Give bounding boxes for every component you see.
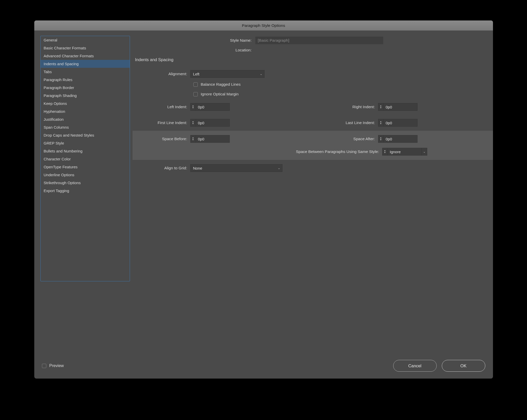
first-line-indent-stepper[interactable]: ▲▼ — [190, 119, 230, 127]
dialog-titlebar: Paragraph Style Options — [34, 20, 493, 31]
sidebar-item-general[interactable]: General — [41, 36, 130, 44]
stepper-arrows-icon[interactable]: ▲▼ — [190, 135, 196, 143]
last-line-indent-stepper[interactable]: ▲▼ — [378, 119, 418, 127]
chevron-down-icon: ⌄ — [260, 72, 262, 76]
sidebar-item-paragraph-border[interactable]: Paragraph Border — [41, 84, 130, 92]
sidebar-item-basic-character-formats[interactable]: Basic Character Formats — [41, 44, 130, 52]
sidebar-item-paragraph-shading[interactable]: Paragraph Shading — [41, 92, 130, 100]
left-indent-stepper[interactable]: ▲▼ — [190, 103, 230, 111]
chevron-down-icon[interactable]: ⌄ — [422, 148, 427, 156]
space-between-label: Space Between Paragraphs Using Same Styl… — [135, 149, 382, 154]
alignment-label: Alignment: — [135, 72, 190, 76]
last-line-indent-input[interactable] — [384, 119, 418, 127]
preview-label: Preview — [49, 363, 64, 368]
cancel-button-label: Cancel — [408, 363, 421, 368]
alignment-value: Left — [193, 72, 200, 76]
alignment-dropdown[interactable]: Left ⌄ — [190, 70, 265, 78]
section-title: Indents and Spacing — [135, 57, 487, 62]
right-indent-input[interactable] — [384, 103, 418, 111]
sidebar-item-label: Paragraph Rules — [44, 78, 73, 82]
stepper-arrows-icon[interactable]: ▲▼ — [378, 119, 384, 127]
dialog-title: Paragraph Style Options — [242, 23, 285, 28]
sidebar-item-export-tagging[interactable]: Export Tagging — [41, 187, 130, 195]
sidebar-item-label: Basic Character Formats — [44, 46, 86, 50]
category-sidebar[interactable]: General Basic Character Formats Advanced… — [40, 36, 130, 281]
sidebar-item-label: Tabs — [44, 70, 52, 74]
space-before-input[interactable] — [196, 135, 230, 143]
sidebar-item-label: Character Color — [44, 157, 71, 161]
space-between-combo[interactable]: ▲▼ ⌄ — [382, 148, 427, 156]
sidebar-item-grep-style[interactable]: GREP Style — [41, 139, 130, 147]
sidebar-item-label: General — [44, 38, 57, 42]
sidebar-item-label: Strikethrough Options — [44, 181, 81, 185]
balance-ragged-checkbox[interactable] — [193, 82, 198, 87]
sidebar-item-opentype-features[interactable]: OpenType Features — [41, 163, 130, 171]
space-after-input[interactable] — [384, 135, 418, 143]
sidebar-item-hyphenation[interactable]: Hyphenation — [41, 107, 130, 115]
preview-checkbox[interactable] — [42, 364, 46, 368]
dialog-paragraph-style-options: Paragraph Style Options General Basic Ch… — [34, 20, 493, 379]
sidebar-item-label: Drop Caps and Nested Styles — [44, 133, 94, 137]
left-indent-input[interactable] — [196, 103, 230, 111]
sidebar-item-paragraph-rules[interactable]: Paragraph Rules — [41, 76, 130, 84]
stepper-arrows-icon[interactable]: ▲▼ — [378, 135, 384, 143]
balance-ragged-label: Balance Ragged Lines — [201, 82, 241, 87]
sidebar-item-span-columns[interactable]: Span Columns — [41, 123, 130, 131]
sidebar-item-underline-options[interactable]: Underline Options — [41, 171, 130, 179]
right-indent-label: Right Indent: — [230, 105, 378, 109]
style-name-input[interactable] — [255, 37, 383, 44]
sidebar-item-character-color[interactable]: Character Color — [41, 155, 130, 163]
dialog-body: General Basic Character Formats Advanced… — [34, 31, 493, 358]
space-before-stepper[interactable]: ▲▼ — [190, 135, 230, 143]
sidebar-item-label: Span Columns — [44, 125, 69, 129]
location-label: Location: — [135, 48, 255, 52]
sidebar-item-label: Advanced Character Formats — [44, 54, 94, 58]
ignore-optical-label: Ignore Optical Margin — [201, 92, 239, 96]
space-after-label: Space After: — [230, 137, 378, 141]
sidebar-item-label: Bullets and Numbering — [44, 149, 83, 153]
sidebar-item-justification[interactable]: Justification — [41, 115, 130, 123]
main-panel: Style Name: Location: Indents and Spacin… — [135, 36, 487, 358]
cancel-button[interactable]: Cancel — [393, 360, 437, 372]
ok-button[interactable]: OK — [442, 360, 485, 372]
stepper-arrows-icon[interactable]: ▲▼ — [190, 119, 196, 127]
sidebar-item-indents-and-spacing[interactable]: Indents and Spacing — [41, 60, 130, 68]
sidebar-item-label: Paragraph Border — [44, 85, 74, 90]
sidebar-item-tabs[interactable]: Tabs — [41, 68, 130, 76]
stepper-arrows-icon[interactable]: ▲▼ — [382, 148, 388, 156]
sidebar-item-label: Keep Options — [44, 101, 67, 106]
style-name-label: Style Name: — [135, 38, 255, 43]
sidebar-item-label: Underline Options — [44, 173, 74, 177]
sidebar-item-drop-caps-nested-styles[interactable]: Drop Caps and Nested Styles — [41, 131, 130, 139]
stepper-arrows-icon[interactable]: ▲▼ — [378, 103, 384, 111]
sidebar-item-advanced-character-formats[interactable]: Advanced Character Formats — [41, 52, 130, 60]
sidebar-item-bullets-numbering[interactable]: Bullets and Numbering — [41, 147, 130, 155]
sidebar-item-label: Justification — [44, 117, 64, 121]
space-between-input[interactable] — [388, 148, 422, 156]
right-indent-stepper[interactable]: ▲▼ — [378, 103, 418, 111]
first-line-indent-input[interactable] — [196, 119, 230, 127]
ok-button-label: OK — [460, 363, 467, 368]
sidebar-item-strikethrough-options[interactable]: Strikethrough Options — [41, 179, 130, 187]
space-before-label: Space Before: — [135, 137, 190, 141]
sidebar-item-keep-options[interactable]: Keep Options — [41, 100, 130, 107]
sidebar-item-label: Paragraph Shading — [44, 93, 77, 98]
align-grid-label: Align to Grid: — [135, 166, 190, 170]
stepper-arrows-icon[interactable]: ▲▼ — [190, 103, 196, 111]
sidebar-item-label: Indents and Spacing — [44, 62, 79, 66]
space-after-stepper[interactable]: ▲▼ — [378, 135, 418, 143]
align-grid-value: None — [193, 166, 202, 170]
align-grid-dropdown[interactable]: None ⌄ — [190, 164, 282, 172]
sidebar-item-label: Export Tagging — [44, 189, 69, 193]
dialog-footer: Preview Cancel OK — [34, 358, 493, 379]
last-line-indent-label: Last Line Indent: — [230, 120, 378, 125]
first-line-indent-label: First Line Indent: — [135, 120, 190, 125]
left-indent-label: Left Indent: — [135, 105, 190, 109]
sidebar-item-label: Hyphenation — [44, 109, 65, 114]
chevron-down-icon: ⌄ — [278, 167, 280, 170]
sidebar-item-label: GREP Style — [44, 141, 64, 145]
sidebar-item-label: OpenType Features — [44, 165, 78, 169]
space-band: Space Before: ▲▼ Space After: ▲▼ Space B… — [133, 131, 493, 160]
ignore-optical-checkbox[interactable] — [193, 92, 198, 96]
